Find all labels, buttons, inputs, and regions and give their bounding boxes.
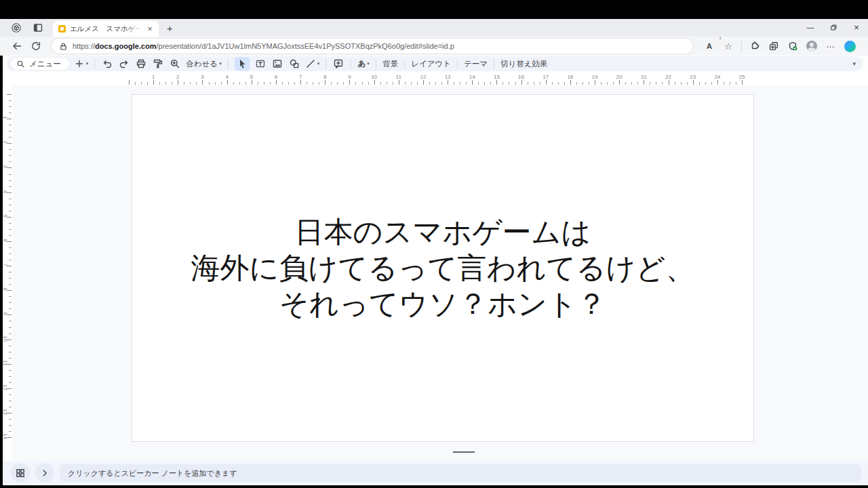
insert-line-button[interactable]: ▾ [305, 57, 320, 70]
refresh-icon[interactable] [28, 39, 43, 54]
divider [376, 59, 376, 69]
ruler-number: 9 [344, 74, 355, 80]
add-comment-button[interactable] [332, 57, 344, 70]
redo-button[interactable] [118, 57, 130, 70]
divider [494, 59, 494, 69]
add-comment-icon [333, 58, 344, 69]
slide[interactable]: 日本のスマホゲームは 海外に負けてるって言われてるけど、 それってウソ？ホント？ [132, 94, 754, 442]
ruler-number: 18 [565, 74, 576, 80]
paint-format-button[interactable] [152, 57, 164, 70]
fit-zoom-button[interactable]: 合わせる ▾ [186, 57, 221, 70]
ruler-number: 5 [246, 74, 257, 80]
divider [326, 59, 326, 69]
window-minimize-button[interactable]: — [799, 19, 822, 35]
new-tab-button[interactable]: + [159, 22, 173, 37]
chevron-down-icon[interactable]: ▾ [86, 61, 89, 66]
slide-title-line[interactable]: 日本のスマホゲームは [294, 214, 591, 250]
ruler-number: 16 [516, 74, 527, 80]
extensions-icon[interactable] [747, 39, 763, 54]
slide-title-line[interactable]: それってウソ？ホント？ [279, 286, 606, 322]
screen-edge [0, 56, 3, 488]
layout-button[interactable]: レイアウト [411, 57, 451, 70]
text-box-button[interactable] [254, 57, 267, 70]
ruler-number: 11 [393, 74, 404, 80]
window-close-button[interactable]: × [845, 19, 868, 35]
divider [228, 59, 229, 69]
ruler-number: 1 [148, 74, 159, 80]
insert-image-button[interactable] [271, 57, 283, 70]
select-tool-button[interactable] [235, 57, 250, 70]
slides-toolbar: メニュー ▾ 合わせる ▾ [0, 56, 868, 72]
favorite-star-icon[interactable]: ☆ [720, 39, 736, 54]
menu-search-button[interactable]: メニュー [11, 58, 69, 70]
zoom-button[interactable] [169, 57, 181, 70]
workspaces-icon[interactable] [11, 22, 22, 33]
url-text: https://docs.google.com/presentation/d/1… [73, 42, 454, 50]
input-tools-button[interactable]: あ ▾ [357, 57, 370, 70]
divider [457, 59, 458, 69]
undo-button[interactable] [101, 57, 113, 70]
divider [741, 41, 742, 52]
undo-icon [102, 58, 113, 69]
address-bar[interactable]: https://docs.google.com/presentation/d/1… [52, 39, 693, 54]
profile-avatar[interactable] [804, 39, 820, 54]
shape-icon [289, 58, 300, 69]
grid-view-button[interactable] [11, 464, 30, 483]
ruler-number: 3 [197, 74, 208, 80]
theme-button[interactable]: テーマ [464, 57, 488, 70]
chevron-down-icon: ▾ [317, 61, 320, 66]
back-icon[interactable] [9, 39, 24, 54]
slide-canvas[interactable]: 日本のスマホゲームは 海外に負けてるって言われてるけど、 それってウソ？ホント？ [12, 85, 868, 461]
google-slides-favicon [58, 25, 66, 33]
lock-icon[interactable] [58, 39, 68, 54]
read-aloud-icon[interactable]: A⁾ [701, 39, 717, 54]
notes-resize-handle[interactable] [453, 451, 475, 453]
chevron-down-icon: ▾ [219, 61, 222, 66]
ruler-number: 25 [736, 74, 747, 80]
speaker-notes-bar: クリックするとスピーカー ノートを追加できます [3, 461, 868, 485]
image-icon [272, 58, 283, 69]
background-button[interactable]: 背景 [382, 57, 398, 70]
transition-button[interactable]: 切り替え効果 [500, 57, 548, 70]
ruler-number: 10 [369, 74, 380, 80]
horizontal-ruler: 1234567891011121314151617181920212223242… [3, 72, 868, 85]
text-box-icon [255, 58, 266, 69]
redo-icon [119, 58, 130, 69]
ruler-number: 7 [295, 74, 306, 80]
ruler-number: 20 [614, 74, 625, 80]
speaker-notes-placeholder: クリックするとスピーカー ノートを追加できます [68, 468, 237, 479]
window-restore-button[interactable] [822, 19, 845, 35]
ruler-number: 19 [589, 74, 600, 80]
ruler-number: 13 [442, 74, 453, 80]
tab-close-icon[interactable]: × [145, 24, 155, 34]
screen: エルメス スマホゲーム - Google スラ × + — × https://… [0, 0, 868, 488]
ruler-number: 12 [418, 74, 429, 80]
speaker-notes-input[interactable]: クリックするとスピーカー ノートを追加できます [60, 464, 861, 482]
plus-icon [74, 58, 85, 69]
menu-label: メニュー [29, 59, 61, 69]
toolbar-collapse-icon[interactable]: ▾ [852, 60, 856, 67]
browser-essentials-icon[interactable] [785, 39, 801, 54]
overflow-menu-icon[interactable]: … [823, 39, 839, 54]
tab-actions-icon[interactable] [33, 22, 43, 33]
new-slide-button[interactable]: ▾ [74, 57, 89, 70]
cursor-icon [237, 58, 248, 69]
ruler-number: 14 [467, 74, 477, 80]
chevron-down-icon: ▾ [367, 61, 370, 66]
ruler-number: 15 [491, 74, 502, 80]
print-button[interactable] [135, 57, 147, 70]
ruler-number: 6 [271, 74, 281, 80]
grid-view-icon [15, 468, 26, 479]
line-icon [305, 58, 316, 69]
ruler-number: 4 [222, 74, 233, 80]
ruler-number: 2 [172, 74, 183, 80]
zoom-in-icon [170, 58, 180, 69]
print-icon [136, 58, 146, 69]
slide-title-line[interactable]: 海外に負けてるって言われてるけど、 [191, 250, 694, 286]
insert-shape-button[interactable] [288, 57, 300, 70]
expand-filmstrip-button[interactable] [35, 464, 54, 483]
collections-icon[interactable] [766, 39, 782, 54]
copilot-icon[interactable] [842, 39, 858, 54]
browser-tab[interactable]: エルメス スマホゲーム - Google スラ × [53, 21, 159, 37]
search-icon [16, 60, 25, 68]
